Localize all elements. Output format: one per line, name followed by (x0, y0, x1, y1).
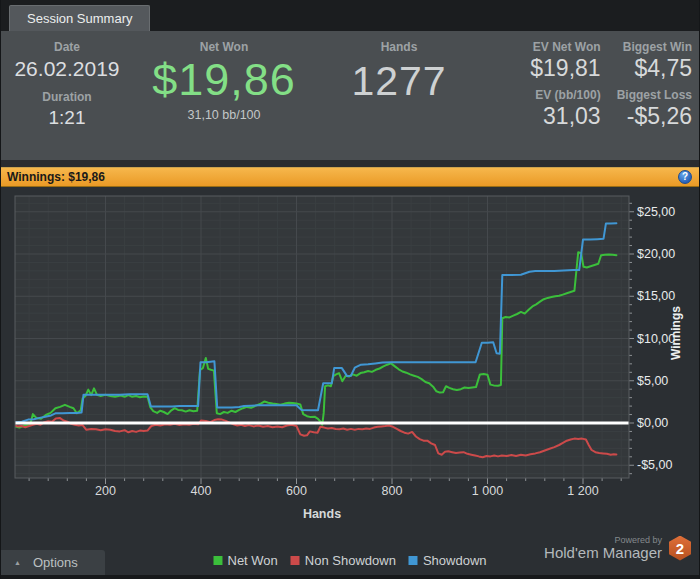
powered-by: Powered by Hold'em Manager 2 (544, 535, 691, 561)
net-won-value: $19,86 (133, 56, 315, 104)
ev-net-won-value: $19,81 (530, 55, 600, 81)
biggest-loss-cell: Biggest Loss -$5,26 (617, 88, 692, 129)
footer-bar: ▲ Options Net Won Non Showdown Showdown … (1, 535, 699, 575)
svg-text:Hands: Hands (303, 507, 341, 521)
hands-label: Hands (315, 40, 483, 54)
date-value: 26.02.2019 (1, 57, 133, 81)
svg-text:$25,00: $25,00 (637, 205, 675, 219)
svg-text:$20,00: $20,00 (637, 247, 675, 261)
svg-text:800: 800 (382, 484, 403, 498)
options-label: Options (33, 555, 78, 570)
options-button[interactable]: ▲ Options (1, 550, 105, 575)
biggest-column: Biggest Win $4,75 Biggest Loss -$5,26 (617, 40, 692, 160)
tab-session-summary[interactable]: Session Summary (9, 5, 150, 31)
svg-text:-$5,00: -$5,00 (637, 458, 672, 472)
svg-text:$5,00: $5,00 (637, 374, 668, 388)
stats-date-column: Date 26.02.2019 Duration 1:21 (1, 40, 133, 160)
winnings-title-bar: Winnings: $19,86 ? (1, 167, 699, 187)
legend-item-net-won[interactable]: Net Won (213, 553, 277, 568)
help-icon[interactable]: ? (678, 170, 692, 184)
net-won-label: Net Won (133, 40, 315, 54)
legend-label: Net Won (227, 553, 277, 568)
holdem-manager-logo-icon: 2 (669, 536, 691, 561)
svg-text:Winnings: Winnings (669, 306, 683, 360)
net-won-bb100: 31,10 bb/100 (133, 108, 315, 122)
tab-bar: Session Summary (1, 0, 699, 31)
duration-value: 1:21 (1, 107, 133, 129)
ev-bb100-value: 31,03 (530, 103, 600, 129)
legend-label: Non Showdown (305, 553, 396, 568)
date-label: Date (1, 40, 133, 54)
hands-value: 1277 (315, 58, 483, 104)
non-showdown-swatch-icon (291, 556, 300, 565)
svg-text:$0,00: $0,00 (637, 416, 668, 430)
ev-net-won-label: EV Net Won (530, 40, 600, 54)
divider (1, 160, 699, 167)
svg-text:600: 600 (286, 484, 307, 498)
svg-text:$15,00: $15,00 (637, 289, 675, 303)
svg-text:1 200: 1 200 (567, 484, 598, 498)
chevron-up-icon: ▲ (14, 559, 21, 566)
svg-text:200: 200 (95, 484, 116, 498)
svg-text:1 000: 1 000 (472, 484, 503, 498)
window-bottom-edge (1, 575, 699, 579)
chart-legend: Net Won Non Showdown Showdown (213, 553, 486, 568)
biggest-win-cell: Biggest Win $4,75 (617, 40, 692, 81)
session-summary-window: Session Summary Date 26.02.2019 Duration… (0, 0, 700, 579)
stats-right-block: EV Net Won $19,81 EV (bb/100) 31,03 Bigg… (483, 40, 699, 160)
biggest-win-value: $4,75 (617, 55, 692, 81)
biggest-loss-label: Biggest Loss (617, 88, 692, 102)
net-won-swatch-icon (213, 556, 222, 565)
ev-column: EV Net Won $19,81 EV (bb/100) 31,03 (530, 40, 600, 160)
legend-item-showdown[interactable]: Showdown (409, 553, 487, 568)
duration-label: Duration (1, 90, 133, 104)
winnings-chart: 2004006008001 0001 200Hands$25,00$20,00$… (1, 187, 699, 535)
brand-name: Hold'em Manager (544, 545, 662, 561)
biggest-win-label: Biggest Win (617, 40, 692, 54)
legend-item-non-showdown[interactable]: Non Showdown (291, 553, 396, 568)
stats-networn-column: Net Won $19,86 31,10 bb/100 (133, 40, 315, 160)
svg-text:400: 400 (191, 484, 212, 498)
biggest-loss-value: -$5,26 (617, 103, 692, 129)
showdown-swatch-icon (409, 556, 418, 565)
stats-panel: Date 26.02.2019 Duration 1:21 Net Won $1… (1, 31, 699, 160)
legend-label: Showdown (423, 553, 487, 568)
ev-net-won-cell: EV Net Won $19,81 (530, 40, 600, 81)
stats-hands-column: Hands 1277 (315, 40, 483, 160)
winnings-title: Winnings: $19,86 (1, 170, 105, 184)
ev-bb100-label: EV (bb/100) (530, 88, 600, 102)
ev-bb100-cell: EV (bb/100) 31,03 (530, 88, 600, 129)
chart-canvas: 2004006008001 0001 200Hands$25,00$20,00$… (1, 187, 700, 535)
